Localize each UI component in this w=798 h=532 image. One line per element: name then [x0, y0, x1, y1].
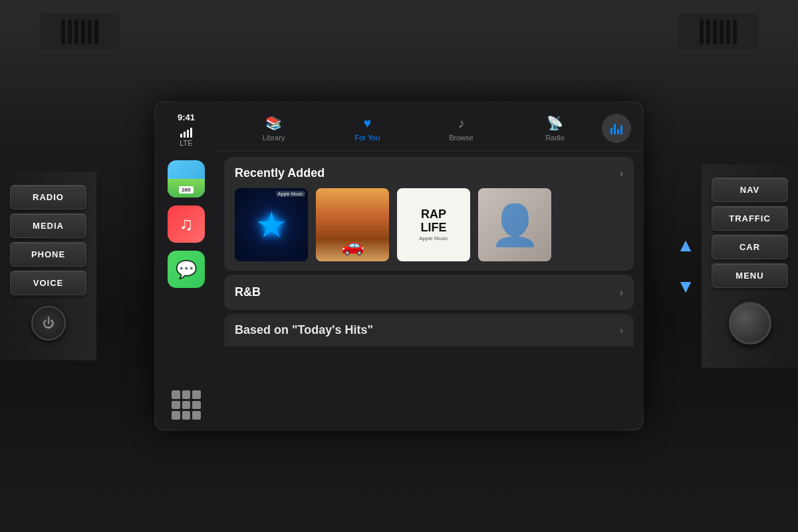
app-grid-button[interactable]	[172, 390, 201, 420]
heart-icon: ♥	[364, 116, 372, 131]
rnb-chevron: ›	[620, 287, 623, 299]
app-icon-maps[interactable]: 280	[168, 160, 205, 198]
content-area: Recently Added › ★ Apple Music 🚗	[216, 152, 642, 429]
carplay-screen: 9:41 LTE 280 ♫ 💬	[156, 103, 642, 429]
based-on-section[interactable]: Based on "Today's Hits" ›	[224, 314, 634, 346]
nav-button[interactable]: NAV	[712, 178, 788, 202]
grid-dot	[182, 390, 191, 399]
album-card-star[interactable]: ★ Apple Music	[235, 188, 308, 261]
star-icon: ★	[255, 204, 287, 246]
apple-music-sub-badge: Apple Music	[419, 235, 448, 241]
voice-button[interactable]: VOICE	[10, 271, 86, 295]
library-icon: 📚	[265, 115, 282, 131]
vent-left	[40, 13, 120, 50]
dashboard: RADIO MEDIA PHONE VOICE ⏻ NAV TRAFFIC CA…	[0, 0, 798, 532]
tab-library[interactable]: 📚 Library	[227, 111, 321, 146]
carrier-label: LTE	[180, 139, 192, 147]
vent-right	[678, 13, 758, 50]
grid-dot	[182, 401, 191, 410]
main-content: 📚 Library ♥ For You ♪ Browse 📡 Radio	[216, 103, 642, 429]
album-grid: ★ Apple Music 🚗 RAP LIFE	[235, 188, 623, 261]
tab-for-you[interactable]: ♥ For You	[321, 112, 414, 146]
sidebar: 9:41 LTE 280 ♫ 💬	[156, 103, 216, 429]
signal-bars	[180, 128, 192, 138]
signal-bar-2	[184, 132, 186, 138]
volume-knob[interactable]	[729, 302, 771, 344]
grid-dot	[192, 390, 201, 399]
messages-icon: 💬	[176, 259, 197, 280]
grid-dot	[182, 411, 191, 420]
grid-dot	[172, 401, 180, 410]
rap-life-title: RAP LIFE	[421, 208, 447, 235]
recently-added-header: Recently Added ›	[235, 166, 623, 180]
equalizer-icon	[610, 122, 622, 134]
rnb-section[interactable]: R&B ›	[224, 275, 634, 310]
recently-added-section[interactable]: Recently Added › ★ Apple Music 🚗	[224, 157, 634, 271]
right-panel: NAV TRAFFIC CAR MENU	[702, 164, 798, 368]
based-on-title: Based on "Today's Hits"	[235, 323, 373, 337]
car-button[interactable]: CAR	[712, 235, 788, 259]
app-icon-messages[interactable]: 💬	[168, 251, 205, 288]
scroll-arrows: ▲ ▼	[676, 235, 695, 297]
album-card-free-spirit[interactable]: 🚗	[316, 188, 389, 261]
signal-bar-3	[187, 130, 189, 138]
signal-bar-1	[180, 134, 182, 138]
scroll-down-button[interactable]: ▼	[676, 276, 695, 297]
power-icon: ⏻	[43, 317, 55, 331]
grid-dot	[192, 401, 201, 410]
grid-dot	[192, 411, 201, 420]
media-button[interactable]: MEDIA	[10, 213, 86, 238]
tab-radio-label: Radio	[545, 134, 565, 142]
radio-button[interactable]: RADIO	[10, 185, 86, 209]
recently-added-chevron: ›	[620, 168, 623, 180]
tab-browse-label: Browse	[449, 134, 473, 142]
music-note-icon: ♫	[180, 213, 194, 235]
radio-icon: 📡	[547, 115, 563, 131]
based-on-chevron: ›	[620, 325, 623, 336]
signal-bar-4	[190, 128, 192, 138]
album-card-silhouette[interactable]: 👤	[478, 188, 551, 261]
grid-dot	[172, 390, 180, 399]
status-time: 9:41	[178, 112, 195, 122]
silhouette-icon: 👤	[490, 201, 540, 249]
grid-dot	[172, 411, 180, 420]
now-playing-button[interactable]	[602, 114, 631, 143]
power-button[interactable]: ⏻	[31, 306, 66, 340]
browse-icon: ♪	[458, 116, 465, 131]
desert-figure-icon: 🚗	[341, 234, 364, 256]
apple-music-badge: Apple Music	[276, 191, 305, 197]
tab-for-you-label: For You	[355, 134, 380, 142]
tab-bar: 📚 Library ♥ For You ♪ Browse 📡 Radio	[216, 103, 642, 152]
left-panel: RADIO MEDIA PHONE VOICE ⏻	[0, 172, 96, 360]
recently-added-title: Recently Added	[235, 166, 325, 180]
tab-radio[interactable]: 📡 Radio	[508, 111, 602, 146]
tab-library-label: Library	[263, 134, 285, 142]
phone-button[interactable]: PHONE	[10, 242, 86, 267]
app-icon-music[interactable]: ♫	[168, 205, 205, 243]
signal-info: LTE	[180, 128, 192, 147]
menu-button[interactable]: MENU	[712, 263, 788, 288]
album-card-rap-life[interactable]: RAP LIFE Apple Music	[397, 188, 470, 261]
traffic-button[interactable]: TRAFFIC	[712, 206, 788, 231]
rnb-title: R&B	[235, 285, 261, 299]
scroll-up-button[interactable]: ▲	[676, 235, 695, 256]
tab-browse[interactable]: ♪ Browse	[414, 112, 508, 146]
